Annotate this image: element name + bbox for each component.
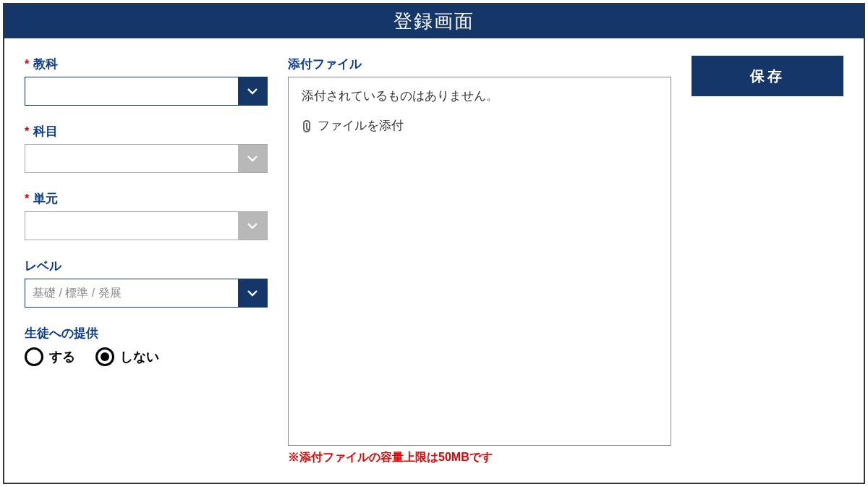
field-subject: * 教科 (25, 56, 268, 106)
course-label: 科目 (33, 123, 58, 140)
attach-action-label: ファイルを添付 (318, 117, 404, 134)
radio-circle (25, 347, 43, 366)
field-unit: * 単元 (25, 190, 268, 240)
unit-value (25, 212, 238, 240)
attachment-label-row: 添付ファイル (288, 56, 671, 72)
form-left-column: * 教科 * 科目 (25, 56, 268, 465)
subject-label: 教科 (33, 56, 58, 72)
chevron-down-icon (247, 85, 258, 97)
paperclip-icon (302, 119, 312, 132)
unit-select (25, 211, 268, 240)
radio-no-label: しない (120, 348, 159, 365)
attachment-column: 添付ファイル 添付されているものはありません。 ファイルを添付 ※添付ファイルの… (288, 56, 671, 465)
provision-radio-group: する しない (25, 347, 268, 366)
course-select (25, 144, 268, 173)
field-level: レベル 基礎 / 標準 / 発展 (25, 258, 268, 308)
level-dropdown-button[interactable] (238, 279, 267, 307)
save-button[interactable]: 保存 (692, 56, 843, 96)
content: * 教科 * 科目 (4, 38, 864, 483)
chevron-down-icon (247, 287, 258, 299)
field-course: * 科目 (25, 123, 268, 173)
provision-label-row: 生徒への提供 (25, 325, 268, 342)
unit-dropdown-button (238, 212, 267, 240)
radio-dot (101, 352, 109, 361)
unit-label-row: * 単元 (25, 190, 268, 207)
required-mark: * (25, 58, 29, 71)
course-dropdown-button (238, 145, 267, 172)
subject-label-row: * 教科 (25, 56, 268, 72)
radio-circle (95, 347, 114, 366)
radio-provide-no[interactable]: しない (95, 347, 159, 366)
radio-yes-label: する (49, 348, 75, 365)
required-mark: * (25, 125, 29, 138)
attach-file-action[interactable]: ファイルを添付 (302, 117, 658, 134)
course-label-row: * 科目 (25, 123, 268, 140)
level-placeholder: 基礎 / 標準 / 発展 (25, 279, 238, 307)
title-bar: 登録画面 (4, 4, 864, 38)
required-mark: * (25, 192, 29, 206)
level-label-row: レベル (25, 258, 268, 274)
chevron-down-icon (247, 153, 258, 164)
app-window: 登録画面 * 教科 * 科目 (3, 3, 865, 484)
unit-label: 単元 (33, 190, 58, 207)
attachment-label: 添付ファイル (288, 56, 362, 72)
provision-label: 生徒への提供 (25, 325, 98, 342)
actions-column: 保存 (692, 56, 843, 465)
attachment-size-note: ※添付ファイルの容量上限は50MBです (288, 450, 671, 465)
course-value (25, 145, 238, 172)
attachment-empty-message: 添付されているものはありません。 (302, 88, 658, 104)
subject-dropdown-button[interactable] (238, 77, 267, 105)
attachment-box: 添付されているものはありません。 ファイルを添付 (288, 77, 671, 446)
radio-provide-yes[interactable]: する (25, 347, 75, 366)
chevron-down-icon (247, 220, 258, 232)
subject-select[interactable] (25, 77, 268, 106)
level-label: レベル (25, 258, 61, 274)
subject-value (25, 77, 238, 105)
radio-dot (30, 352, 38, 361)
field-provision: 生徒への提供 する しない (25, 325, 268, 366)
level-select[interactable]: 基礎 / 標準 / 発展 (25, 279, 268, 308)
page-title: 登録画面 (393, 10, 475, 32)
